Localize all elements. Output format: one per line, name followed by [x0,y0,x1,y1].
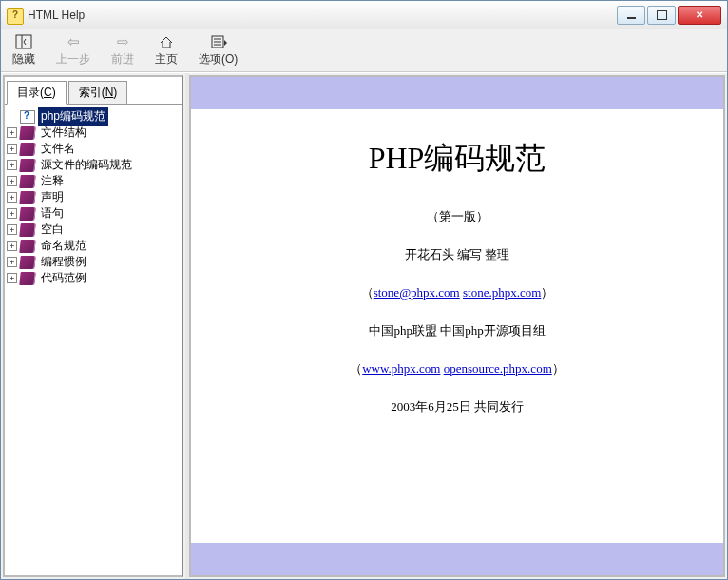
options-icon [209,33,228,50]
tree-item-label: 代码范例 [38,269,89,287]
expand-icon [7,111,17,122]
email-link-1[interactable]: stone@phpx.com [374,285,460,300]
toolbar: 隐藏 ⇦ 上一步 ⇨ 前进 主页 选项(O) [1,29,727,72]
book-icon [19,272,35,285]
book-icon [19,175,35,188]
tree-item[interactable]: +代码范例 [7,270,180,286]
forward-arrow-icon: ⇨ [113,33,132,50]
site-link-1[interactable]: www.phpx.com [362,361,440,376]
expand-icon[interactable]: + [7,257,17,267]
window-title: HTML Help [28,9,615,22]
window-controls [615,6,721,25]
tree-item[interactable]: +命名规范 [7,238,180,254]
expand-icon[interactable]: + [7,241,17,251]
doc-links-line: （www.phpx.com opensource.phpx.com） [220,360,695,377]
book-icon [19,126,35,140]
expand-icon[interactable]: + [7,160,17,170]
expand-icon[interactable]: + [7,208,17,219]
close-button[interactable] [678,6,721,25]
book-icon [19,256,35,269]
tree-item[interactable]: +文件结构 [7,125,180,141]
minimize-button[interactable] [617,6,645,25]
app-window: HTML Help 隐藏 ⇦ 上一步 ⇨ 前进 主页 [0,0,728,580]
tree-item[interactable]: +语句 [7,205,180,222]
book-icon [19,143,35,156]
document-body: PHP编码规范 （第一版） 开花石头 编写 整理 （stone@phpx.com… [191,109,723,493]
forward-button: ⇨ 前进 [104,31,142,69]
book-icon [19,223,35,237]
home-button[interactable]: 主页 [147,31,185,69]
expand-icon[interactable]: + [7,192,17,203]
tree-item[interactable]: +声明 [7,189,180,205]
options-button[interactable]: 选项(O) [191,31,245,69]
body-area: 目录(C) 索引(N) php编码规范+文件结构+文件名+源文件的编码规范+注释… [1,72,727,579]
top-band [191,77,723,109]
book-icon [19,240,35,253]
tree-item[interactable]: php编码规范 [7,108,180,125]
book-icon [19,207,35,221]
tab-index[interactable]: 索引(N) [68,81,128,104]
app-icon [7,8,22,23]
doc-title: PHP编码规范 [220,138,695,180]
expand-icon[interactable]: + [7,127,17,138]
tree-item[interactable]: +源文件的编码规范 [7,157,180,173]
book-icon [19,159,35,172]
tree-item[interactable]: +空白 [7,222,180,238]
doc-email-line: （stone@phpx.com stone.phpx.com） [220,284,695,301]
back-arrow-icon: ⇦ [64,33,83,50]
tab-contents[interactable]: 目录(C) [7,81,67,105]
nav-tabs: 目录(C) 索引(N) [7,81,182,104]
expand-icon[interactable]: + [7,224,17,235]
email-link-2[interactable]: stone.phpx.com [463,285,541,300]
bottom-band [191,543,723,575]
doc-edition: （第一版） [220,208,695,225]
contents-tree[interactable]: php编码规范+文件结构+文件名+源文件的编码规范+注释+声明+语句+空白+命名… [5,104,182,575]
home-icon [157,33,176,50]
content-pane[interactable]: PHP编码规范 （第一版） 开花石头 编写 整理 （stone@phpx.com… [189,75,725,577]
doc-author: 开花石头 编写 整理 [220,246,695,263]
back-button: ⇦ 上一步 [48,31,98,69]
hide-icon [14,33,33,50]
navigation-pane: 目录(C) 索引(N) php编码规范+文件结构+文件名+源文件的编码规范+注释… [3,75,183,577]
tree-item[interactable]: +文件名 [7,141,180,157]
tree-item[interactable]: +注释 [7,173,180,189]
expand-icon[interactable]: + [7,144,17,154]
doc-org: 中国php联盟 中国php开源项目组 [220,322,695,339]
doc-date: 2003年6月25日 共同发行 [220,398,695,416]
maximize-button[interactable] [647,6,676,25]
expand-icon[interactable]: + [7,273,17,283]
hide-button[interactable]: 隐藏 [5,31,43,69]
book-icon [19,191,35,204]
tree-item[interactable]: +编程惯例 [7,254,180,270]
expand-icon[interactable]: + [7,176,17,186]
titlebar: HTML Help [1,1,727,29]
help-page-icon [20,110,35,124]
site-link-2[interactable]: opensource.phpx.com [444,361,552,376]
